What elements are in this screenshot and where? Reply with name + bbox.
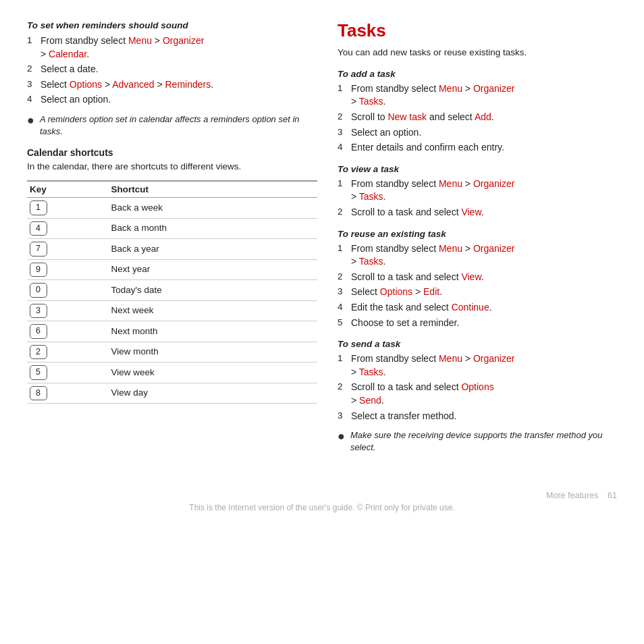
table-row: 6Next month — [27, 321, 317, 342]
reminder-note: ● A reminders option set in calendar aff… — [27, 113, 317, 138]
tasks-intro: You can add new tasks or reuse existing … — [338, 47, 617, 59]
table-header-row: Key Shortcut — [27, 181, 317, 198]
view-task-steps: 1 From standby select Menu > Organizer> … — [338, 178, 617, 219]
add-step-4: 4 Enter details and confirm each entry. — [338, 141, 617, 155]
reuse-step-3: 3 Select Options > Edit. — [338, 286, 617, 299]
shortcut-cell: Next week — [108, 300, 317, 321]
shortcut-cell: View week — [108, 363, 317, 383]
key-cell: 5 — [27, 363, 108, 383]
send-task-steps: 1 From standby select Menu > Organizer> … — [338, 352, 617, 423]
reuse-step-2: 2 Scroll to a task and select View. — [338, 271, 617, 284]
add-step-2: 2 Scroll to New task and select Add. — [338, 111, 617, 124]
reminder-step-2: 2 Select a date. — [27, 63, 317, 76]
reminder-step-3: 3 Select Options > Advanced > Reminders. — [27, 78, 317, 92]
shortcut-cell: Next month — [108, 321, 317, 342]
key-cell: 2 — [27, 342, 108, 363]
add-task-section: To add a task 1 From standby select Menu… — [338, 69, 617, 155]
table-row: 1Back a week — [27, 198, 317, 219]
note-bullet-icon-2: ● — [338, 428, 345, 454]
reminder-steps: 1 From standby select Menu > Organizer> … — [27, 34, 317, 107]
reuse-step-5: 5 Choose to set a reminder. — [338, 317, 617, 330]
send-task-note: ● Make sure the receiving device support… — [338, 429, 617, 454]
key-cell: 7 — [27, 239, 108, 260]
send-step-1: 1 From standby select Menu > Organizer> … — [338, 352, 617, 379]
table-row: 0Today's date — [27, 280, 317, 301]
note-bullet-icon: ● — [27, 112, 34, 138]
footer-left — [27, 491, 546, 500]
table-row: 5View week — [27, 363, 317, 383]
shortcuts-table: Key Shortcut 1Back a week4Back a month7B… — [27, 180, 317, 404]
key-cell: 9 — [27, 259, 108, 280]
key-cell: 6 — [27, 321, 108, 342]
reminder-step-4: 4 Select an option. — [27, 93, 317, 107]
page-number: 61 — [608, 491, 617, 500]
add-step-3: 3 Select an option. — [338, 126, 617, 140]
shortcuts-heading: Calendar shortcuts — [27, 147, 317, 158]
view-task-title: To view a task — [338, 164, 617, 174]
reuse-task-section: To reuse an existing task 1 From standby… — [338, 229, 617, 330]
footer-note: This is the Internet version of the user… — [27, 503, 617, 512]
reuse-task-steps: 1 From standby select Menu > Organizer> … — [338, 242, 617, 330]
key-cell: 4 — [27, 218, 108, 239]
key-cell: 3 — [27, 300, 108, 321]
add-task-title: To add a task — [338, 69, 617, 79]
table-row: 9Next year — [27, 259, 317, 280]
shortcut-cell: Back a week — [108, 198, 317, 219]
shortcut-cell: Back a year — [108, 239, 317, 260]
reuse-task-title: To reuse an existing task — [338, 229, 617, 239]
view-step-1: 1 From standby select Menu > Organizer> … — [338, 178, 617, 204]
col-shortcut: Shortcut — [108, 181, 317, 198]
table-row: 2View month — [27, 342, 317, 363]
shortcut-cell: View day — [108, 383, 317, 404]
key-cell: 1 — [27, 198, 108, 219]
view-step-2: 2 Scroll to a task and select View. — [338, 206, 617, 219]
page-layout: To set when reminders should sound 1 Fro… — [27, 20, 617, 464]
shortcuts-intro: In the calendar, there are shortcuts to … — [27, 161, 317, 173]
table-row: 3Next week — [27, 300, 317, 321]
col-key: Key — [27, 181, 108, 198]
send-task-title: To send a task — [338, 339, 617, 349]
footer-right: More features 61 — [546, 491, 617, 500]
send-step-3: 3 Select a transfer method. — [338, 410, 617, 423]
view-task-section: To view a task 1 From standby select Men… — [338, 164, 617, 219]
footer: More features 61 — [27, 484, 617, 500]
reuse-step-1: 1 From standby select Menu > Organizer> … — [338, 242, 617, 269]
page-label: More features — [546, 491, 598, 500]
reminder-section-title: To set when reminders should sound — [27, 20, 317, 30]
send-step-2: 2 Scroll to a task and select Options> S… — [338, 381, 617, 407]
shortcut-cell: Next year — [108, 259, 317, 280]
tasks-title: Tasks — [338, 20, 617, 41]
shortcut-cell: Back a month — [108, 218, 317, 239]
key-cell: 0 — [27, 280, 108, 301]
shortcut-cell: View month — [108, 342, 317, 363]
table-row: 8View day — [27, 383, 317, 404]
shortcut-cell: Today's date — [108, 280, 317, 301]
table-row: 7Back a year — [27, 239, 317, 260]
shortcuts-section: Calendar shortcuts In the calendar, ther… — [27, 147, 317, 404]
reminder-step-1: 1 From standby select Menu > Organizer> … — [27, 34, 317, 61]
reuse-step-4: 4 Edit the task and select Continue. — [338, 301, 617, 315]
add-step-1: 1 From standby select Menu > Organizer> … — [338, 82, 617, 109]
left-column: To set when reminders should sound 1 Fro… — [27, 20, 317, 464]
send-task-section: To send a task 1 From standby select Men… — [338, 339, 617, 454]
right-column: Tasks You can add new tasks or reuse exi… — [338, 20, 617, 464]
key-cell: 8 — [27, 383, 108, 404]
table-row: 4Back a month — [27, 218, 317, 239]
add-task-steps: 1 From standby select Menu > Organizer> … — [338, 82, 617, 155]
